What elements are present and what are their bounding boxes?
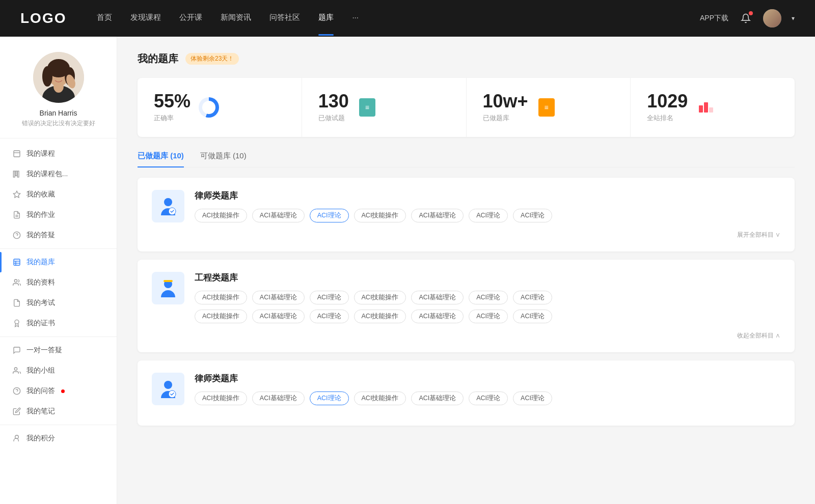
- sidebar-label: 我的证书: [26, 319, 55, 328]
- bank-tags-row2: ACI技能操作 ACI基础理论 ACI理论 ACI技能操作 ACI基础理论 AC…: [195, 310, 780, 323]
- eng-tag-r2-3[interactable]: ACI技能操作: [354, 310, 406, 323]
- bar2: [704, 102, 708, 113]
- eng-tag-r2-4[interactable]: ACI基础理论: [411, 310, 464, 323]
- tag3-4[interactable]: ACI基础理论: [411, 391, 464, 405]
- eng-tag-r1-1[interactable]: ACI基础理论: [252, 291, 305, 304]
- sidebar-item-my-cert[interactable]: 我的证书: [0, 313, 117, 333]
- data-icon: [12, 278, 21, 287]
- nav-right: APP下载 ▾: [700, 9, 795, 27]
- sidebar-label: 我的资料: [26, 278, 55, 287]
- sidebar-item-my-data[interactable]: 我的资料: [0, 272, 117, 293]
- user-dropdown-icon[interactable]: ▾: [792, 15, 795, 22]
- sidebar-item-my-exam[interactable]: 我的考试: [0, 293, 117, 313]
- lawyer-bank-icon: [152, 190, 184, 222]
- sidebar-item-my-qa[interactable]: 我的答疑: [0, 225, 117, 245]
- sidebar-label: 我的笔记: [26, 407, 55, 416]
- svg-point-34: [164, 381, 172, 389]
- sidebar-item-my-homework[interactable]: 我的作业: [0, 205, 117, 225]
- nav-home[interactable]: 首页: [97, 13, 112, 24]
- eng-tag-r1-2[interactable]: ACI理论: [310, 291, 349, 304]
- eng-tag-r1-6[interactable]: ACI理论: [513, 291, 552, 304]
- tag-0[interactable]: ACI技能操作: [195, 209, 247, 222]
- sidebar-label: 我的积分: [26, 434, 55, 443]
- tag3-5[interactable]: ACI理论: [469, 391, 508, 405]
- stat-done-questions: 130 已做试题: [302, 78, 467, 137]
- tag-6[interactable]: ACI理论: [513, 209, 552, 222]
- stat-number: 1029: [647, 92, 688, 110]
- collapse-button[interactable]: 收起全部科目 ∧: [737, 331, 780, 340]
- nav-more[interactable]: ···: [352, 13, 359, 24]
- eng-tag-r2-1[interactable]: ACI基础理论: [252, 310, 305, 323]
- svg-rect-10: [14, 151, 20, 157]
- tag-3[interactable]: ACI技能操作: [354, 209, 406, 222]
- profile-motto: 错误的决定比没有决定要好: [22, 119, 95, 128]
- eng-tag-r1-5[interactable]: ACI理论: [469, 291, 508, 304]
- tag3-6[interactable]: ACI理论: [513, 391, 552, 405]
- notification-dot: [749, 11, 753, 15]
- profile-name: Brian Harris: [40, 109, 77, 117]
- sidebar-menu: 我的课程 我的课程包... 我的收藏 我的作业: [0, 144, 117, 449]
- app-download-button[interactable]: APP下载: [700, 14, 728, 23]
- sidebar-item-my-bank[interactable]: 我的题库: [0, 252, 117, 272]
- sidebar-item-my-points[interactable]: 我的积分: [0, 428, 117, 449]
- bank-title: 工程类题库: [195, 272, 780, 284]
- main-content: 我的题库 体验剩余23天！ 55% 正确率 130 已做试题: [117, 37, 815, 504]
- sidebar-item-my-package[interactable]: 我的课程包...: [0, 164, 117, 184]
- bank-card-header: 律师类题库 ACI技能操作 ACI基础理论 ACI理论 ACI技能操作 ACI基…: [152, 373, 780, 405]
- tag3-2-active[interactable]: ACI理论: [310, 391, 349, 405]
- eng-tag-r1-4[interactable]: ACI基础理论: [411, 291, 464, 304]
- cert-icon: [12, 319, 21, 328]
- tag-5[interactable]: ACI理论: [469, 209, 508, 222]
- tag3-1[interactable]: ACI基础理论: [252, 391, 305, 405]
- sidebar-divider-2: [0, 337, 117, 337]
- tabs-bar: 已做题库 (10) 可做题库 (10): [138, 151, 795, 167]
- tag-2-active[interactable]: ACI理论: [310, 209, 349, 222]
- bank-card-footer: 收起全部科目 ∧: [152, 331, 780, 340]
- bank-info: 律师类题库 ACI技能操作 ACI基础理论 ACI理论 ACI技能操作 ACI基…: [195, 190, 780, 222]
- oneonone-icon: [12, 346, 21, 355]
- expand-button-1[interactable]: 展开全部科目 ∨: [737, 231, 780, 239]
- notes-icon: [12, 407, 21, 416]
- tag3-0[interactable]: ACI技能操作: [195, 391, 247, 405]
- notification-bell[interactable]: [739, 11, 753, 25]
- bank-title: 律师类题库: [195, 373, 780, 384]
- stat-done-banks: 10w+ 已做题库: [467, 78, 631, 137]
- sidebar-item-one-on-one[interactable]: 一对一答疑: [0, 340, 117, 360]
- stat-accuracy: 55% 正确率: [138, 78, 302, 137]
- sidebar-item-my-group[interactable]: 我的小组: [0, 360, 117, 381]
- qa-icon: [12, 231, 21, 240]
- bank-card-footer: 展开全部科目 ∨: [152, 231, 780, 239]
- eng-tag-r2-6[interactable]: ACI理论: [513, 310, 552, 323]
- tag-4[interactable]: ACI基础理论: [411, 209, 464, 222]
- eng-tag-r2-0[interactable]: ACI技能操作: [195, 310, 247, 323]
- bank-icon: [12, 258, 21, 267]
- nav-opencourse[interactable]: 公开课: [179, 13, 202, 24]
- sidebar-item-my-course[interactable]: 我的课程: [0, 144, 117, 164]
- nav-discover[interactable]: 发现课程: [130, 13, 161, 24]
- profile-section: Brian Harris 错误的决定比没有决定要好: [0, 52, 117, 138]
- tab-done-banks[interactable]: 已做题库 (10): [138, 151, 184, 167]
- user-avatar[interactable]: [763, 9, 781, 27]
- eng-tag-r1-3[interactable]: ACI技能操作: [354, 291, 406, 304]
- stats-row: 55% 正确率 130 已做试题: [138, 78, 795, 137]
- eng-tag-r2-2[interactable]: ACI理论: [310, 310, 349, 323]
- trial-badge: 体验剩余23天！: [185, 53, 239, 65]
- tag-1[interactable]: ACI基础理论: [252, 209, 305, 222]
- points-icon: [12, 434, 21, 443]
- sidebar-item-my-question[interactable]: 我的问答: [0, 381, 117, 401]
- svg-point-24: [14, 279, 17, 282]
- tab-available-banks[interactable]: 可做题库 (10): [200, 151, 247, 167]
- nav-qa[interactable]: 问答社区: [269, 13, 300, 24]
- tag3-3[interactable]: ACI技能操作: [354, 391, 406, 405]
- course-icon: [12, 149, 21, 158]
- sidebar-item-my-collection[interactable]: 我的收藏: [0, 184, 117, 205]
- eng-tag-r2-5[interactable]: ACI理论: [469, 310, 508, 323]
- exam-icon: [12, 298, 21, 307]
- green-sheet-icon: [357, 97, 377, 118]
- nav-bank[interactable]: 题库: [318, 13, 334, 24]
- eng-tag-r1-0[interactable]: ACI技能操作: [195, 291, 247, 304]
- bank-tags-row1: ACI技能操作 ACI基础理论 ACI理论 ACI技能操作 ACI基础理论 AC…: [195, 291, 780, 304]
- nav-news[interactable]: 新闻资讯: [221, 13, 251, 24]
- sidebar-item-my-notes[interactable]: 我的笔记: [0, 401, 117, 422]
- stat-number: 10w+: [483, 92, 528, 110]
